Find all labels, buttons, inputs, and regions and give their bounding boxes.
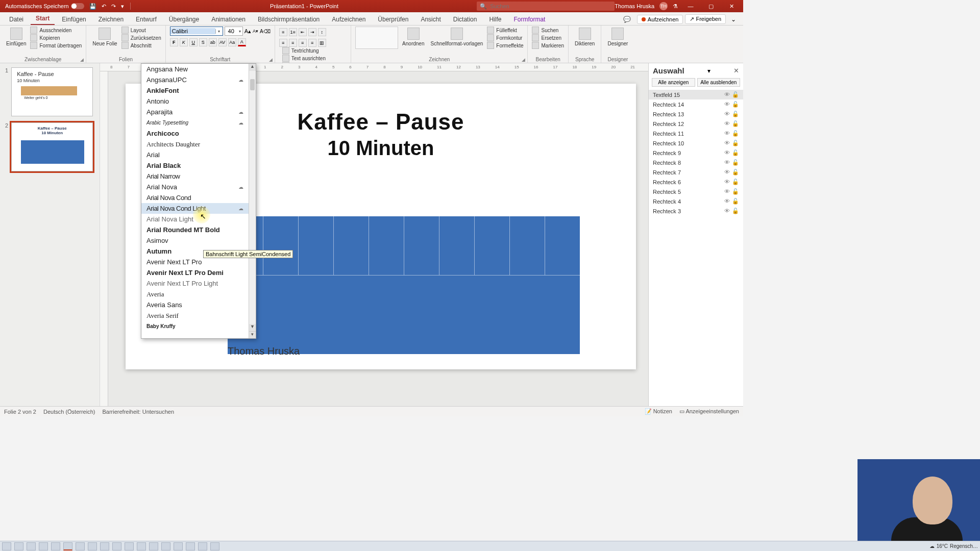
designer-button[interactable]: Designer	[605, 27, 630, 47]
font-size-input[interactable]	[225, 28, 237, 34]
tab-animationen[interactable]: Animationen	[206, 14, 251, 25]
cut-button[interactable]: Ausschneiden	[30, 27, 82, 34]
font-option[interactable]: Averia Serif	[141, 310, 249, 321]
comments-button[interactable]: 💬	[619, 14, 635, 25]
text-direction-button[interactable]: Textrichtung	[282, 47, 347, 54]
lock-icon[interactable]: 🔓	[732, 179, 739, 185]
italic-button[interactable]: K	[180, 38, 188, 46]
justify-button[interactable]: ≡	[308, 39, 316, 47]
align-right-button[interactable]: ≡	[299, 39, 307, 47]
font-option[interactable]: Arial Narrow	[141, 171, 249, 182]
underline-button[interactable]: U	[189, 38, 198, 46]
tab-einfügen[interactable]: Einfügen	[57, 14, 91, 25]
visibility-icon[interactable]: 👁	[724, 120, 730, 127]
lock-icon[interactable]: 🔓	[732, 140, 739, 146]
lock-icon[interactable]: 🔓	[732, 169, 739, 176]
record-button[interactable]: Aufzeichnen	[637, 15, 683, 24]
font-option[interactable]: Antonio	[141, 96, 249, 107]
font-option[interactable]: Arial Rounded MT Bold	[141, 224, 249, 235]
close-button[interactable]: ✕	[724, 3, 739, 10]
tab-hilfe[interactable]: Hilfe	[484, 14, 506, 25]
align-center-button[interactable]: ≡	[289, 39, 297, 47]
selection-item[interactable]: Rechteck 6👁🔓	[649, 177, 743, 187]
lock-icon[interactable]: 🔓	[732, 120, 739, 127]
autosave-switch[interactable]	[71, 3, 84, 9]
shape-fill-button[interactable]: Fülleffekt	[487, 27, 523, 34]
selection-item[interactable]: Rechteck 8👁🔓	[649, 158, 743, 167]
font-option[interactable]: Aparajita☁	[141, 107, 249, 117]
save-icon[interactable]: 💾	[89, 3, 96, 10]
font-option[interactable]: Asimov	[141, 235, 249, 246]
font-dropdown-button[interactable]: ▾	[215, 29, 223, 34]
tab-start[interactable]: Start	[31, 13, 55, 25]
find-button[interactable]: Suchen	[532, 27, 564, 34]
lock-icon[interactable]: 🔓	[732, 198, 739, 205]
visibility-icon[interactable]: 👁	[724, 111, 730, 117]
spacing-button[interactable]: AV	[218, 38, 227, 46]
bold-button[interactable]: F	[170, 38, 178, 46]
shrink-font-button[interactable]: A▾	[253, 29, 258, 34]
tab-bildschirmpräsentation[interactable]: Bildschirmpräsentation	[253, 14, 325, 25]
lock-icon[interactable]: 🔓	[732, 159, 739, 166]
lock-icon[interactable]: 🔓	[732, 130, 739, 137]
font-option[interactable]: AngsanaUPC☁	[141, 74, 249, 85]
tab-übergänge[interactable]: Übergänge	[164, 14, 204, 25]
scroll-page-down[interactable]: ▾	[249, 331, 256, 338]
qat-more-icon[interactable]: ▾	[121, 3, 124, 10]
scroll-up-button[interactable]: ▲	[249, 64, 256, 71]
new-slide-button[interactable]: Neue Folie	[90, 27, 119, 47]
selection-item[interactable]: Rechteck 12👁🔓	[649, 119, 743, 129]
strike-button[interactable]: S	[199, 38, 207, 46]
tab-entwurf[interactable]: Entwurf	[131, 14, 162, 25]
tab-formformat[interactable]: Formformat	[508, 14, 550, 25]
format-painter-button[interactable]: Format übertragen	[30, 42, 82, 49]
selection-item[interactable]: Rechteck 10👁🔓	[649, 138, 743, 148]
bullets-button[interactable]: ≡	[279, 28, 287, 36]
selection-item[interactable]: Rechteck 13👁🔓	[649, 109, 743, 119]
thumbnail-1[interactable]: 1 Kaffee - Pause10 Minuten Weiter geht's…	[5, 67, 94, 116]
tab-überprüfen[interactable]: Überprüfen	[373, 14, 413, 25]
selection-pane-close[interactable]: ✕	[733, 67, 739, 74]
selection-item[interactable]: Textfeld 15👁🔓	[649, 90, 743, 99]
font-name-combo[interactable]: ▾	[170, 27, 223, 36]
font-option[interactable]: Avenir Next LT Pro	[141, 257, 249, 267]
font-option[interactable]: Arial Black	[141, 160, 249, 171]
show-all-button[interactable]: Alle anzeigen	[652, 78, 695, 87]
minimize-button[interactable]: —	[683, 3, 698, 9]
font-option[interactable]: Arial	[141, 149, 249, 160]
arrange-button[interactable]: Anordnen	[400, 27, 426, 47]
slide-counter[interactable]: Folie 2 von 2	[4, 409, 36, 415]
font-size-combo[interactable]: ▾	[225, 27, 243, 36]
font-option[interactable]: Arial Nova Light	[141, 214, 249, 224]
user-name-label[interactable]: Thomas Hruska	[615, 3, 654, 9]
reset-button[interactable]: Zurücksetzen	[121, 34, 161, 41]
lock-icon[interactable]: 🔓	[732, 111, 739, 117]
font-option[interactable]: Arabic Typesetting☁	[141, 117, 249, 128]
indent-button[interactable]: ⇥	[308, 28, 316, 36]
clear-format-button[interactable]: A⌫	[260, 29, 271, 34]
visibility-icon[interactable]: 👁	[724, 179, 730, 185]
copy-button[interactable]: Kopieren	[30, 34, 82, 41]
blue-rectangle-group[interactable]	[228, 216, 580, 354]
shapes-gallery[interactable]	[355, 27, 398, 49]
maximize-button[interactable]: ▢	[703, 3, 719, 10]
section-button[interactable]: Abschnitt	[121, 42, 161, 49]
select-button[interactable]: Markieren	[532, 42, 564, 49]
visibility-icon[interactable]: 👁	[724, 208, 730, 214]
visibility-icon[interactable]: 👁	[724, 130, 730, 137]
accessibility-check[interactable]: Barrierefreiheit: Untersuchen	[102, 409, 174, 415]
coming-soon-icon[interactable]: ⚗	[673, 3, 678, 10]
ribbon-collapse-button[interactable]: ⌄	[728, 14, 739, 25]
numbering-button[interactable]: 1≡	[289, 28, 297, 36]
share-button[interactable]: ↗ Freigeben	[685, 14, 726, 24]
author-text[interactable]: Thomas Hruska	[228, 345, 300, 357]
selection-item[interactable]: Rechteck 4👁🔓	[649, 196, 743, 206]
visibility-icon[interactable]: 👁	[724, 149, 730, 156]
visibility-icon[interactable]: 👁	[724, 159, 730, 166]
visibility-icon[interactable]: 👁	[724, 188, 730, 195]
paste-button[interactable]: Einfügen	[4, 27, 28, 47]
tab-datei[interactable]: Datei	[4, 14, 29, 25]
line-spacing-button[interactable]: ↕	[318, 28, 326, 36]
tab-zeichnen[interactable]: Zeichnen	[93, 14, 129, 25]
font-option[interactable]: Baby Kruffy	[141, 321, 249, 331]
